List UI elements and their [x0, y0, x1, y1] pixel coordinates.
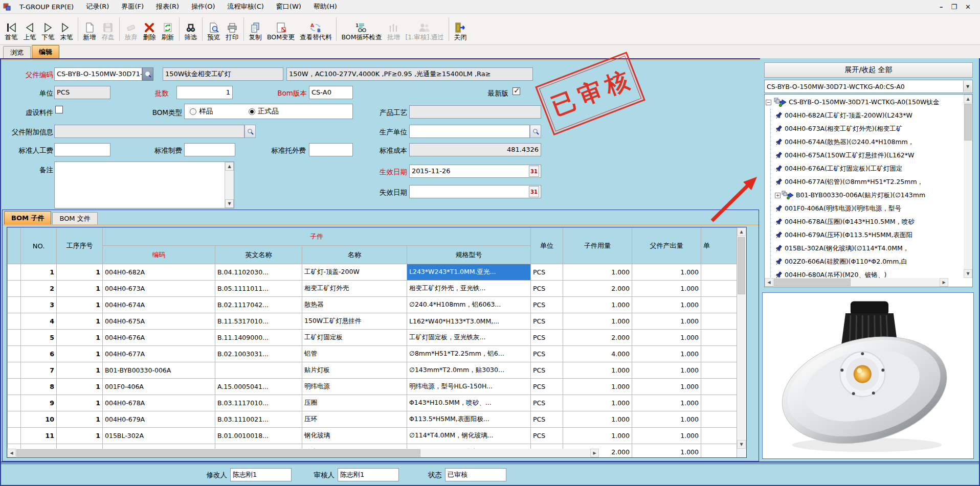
cell-spec[interactable]: ∅143mm*T2.0mm，贴3030... [407, 362, 531, 379]
menu-item[interactable]: 流程审核(C) [221, 0, 270, 13]
table-row[interactable]: 11 1 015BL-302A B.01.0010018... 钢化玻璃 ∅11… [8, 428, 737, 444]
scroll-left-icon[interactable]: ◀ [7, 449, 16, 457]
cell-extra[interactable] [701, 411, 737, 428]
cell-en-name[interactable]: B.02.1003031... [215, 346, 302, 362]
cell-unit[interactable]: PCS [531, 264, 563, 281]
cell-spec[interactable]: Φ143*H10.5MM，喷砂、... [407, 395, 531, 411]
menu-item[interactable]: 帮助(H) [307, 0, 343, 13]
scroll-left-icon[interactable]: ◀ [765, 278, 773, 287]
tree-item[interactable]: + B01-BYB00330-006A(贴片灯板)(∅143mm [771, 189, 955, 202]
cell-seq[interactable]: 1 [57, 411, 103, 428]
cell-seq[interactable]: 1 [57, 313, 103, 330]
tree-item[interactable]: + 015BL-302A(钢化玻璃)(∅114*T4.0MM， [771, 242, 955, 255]
table-row[interactable]: 8 1 001F0-406A A.15.0005041... 明纬电源 明纬电源… [8, 379, 737, 395]
tab-bom-files[interactable]: BOM 文件 [52, 212, 97, 224]
menu-item[interactable]: 界面(F) [115, 0, 150, 13]
scroll-up-icon[interactable]: ▲ [964, 95, 972, 103]
cell-name[interactable]: 压圈 [302, 395, 407, 411]
scroll-down-icon[interactable]: ▼ [225, 199, 234, 208]
cell-out[interactable]: 1.000 [632, 281, 701, 297]
cell-out[interactable]: 1.000 [632, 297, 701, 313]
bom-version-field[interactable]: CS-A0 [309, 86, 353, 99]
header-extra[interactable]: 单 [701, 228, 737, 264]
cell-extra[interactable] [701, 281, 737, 297]
cell-name[interactable]: 散热器 [302, 297, 407, 313]
cell-en-name[interactable]: B.11.1409000... [215, 330, 302, 346]
expire-calendar-button[interactable]: 31 [529, 186, 539, 197]
tab-edit[interactable]: 编辑 [32, 45, 59, 58]
header-code[interactable]: 编码 [103, 246, 215, 264]
expire-date-field[interactable] [409, 185, 541, 198]
cell-out[interactable]: 1.000 [632, 264, 701, 281]
cell-unit[interactable]: PCS [531, 411, 563, 428]
header-out[interactable]: 父件产出量 [632, 228, 701, 264]
table-row[interactable]: 7 1 B01-BYB00330-006A 贴片灯板 ∅143mm*T2.0mm… [8, 362, 737, 379]
scroll-up-icon[interactable]: ▲ [737, 227, 746, 236]
effective-calendar-button[interactable]: 31 [529, 166, 539, 177]
cell-seq[interactable]: 1 [57, 330, 103, 346]
cell-code[interactable]: 015BL-302A [103, 428, 215, 444]
cell-en-name[interactable]: B.05.1111011... [215, 281, 302, 297]
header-unit[interactable]: 单位 [531, 228, 563, 264]
cell-unit[interactable]: PCS [531, 379, 563, 395]
cell-spec[interactable]: ∅114*T4.0MM，钢化玻璃... [407, 428, 531, 444]
cell-name[interactable]: 工矿灯固定板 [302, 330, 407, 346]
cell-seq[interactable]: 1 [57, 379, 103, 395]
cell-extra[interactable] [701, 395, 737, 411]
cell-name[interactable]: 150W工矿灯悬挂件 [302, 313, 407, 330]
menu-item[interactable]: 窗口(W) [270, 0, 307, 13]
cell-out[interactable]: 1.000 [632, 444, 701, 458]
header-no[interactable]: NO. [21, 228, 57, 264]
last-record-button[interactable]: 末笔 [57, 15, 76, 43]
cell-unit[interactable]: PCS [531, 297, 563, 313]
cell-seq[interactable]: 1 [57, 346, 103, 362]
cell-seq[interactable]: 1 [57, 395, 103, 411]
labor-cost-field[interactable] [54, 143, 110, 156]
cell-name[interactable]: 相变工矿灯外壳 [302, 281, 407, 297]
menu-item[interactable]: T-GROUP ERP(E) [13, 0, 80, 13]
filter-button[interactable]: 筛选 [182, 15, 200, 43]
tree-item[interactable]: + 004H0-677A(铝管)(∅8mm*H51*T2.25mm， [771, 175, 955, 189]
tree-root-node[interactable]: − CS-BYB-O-150MW-30D71-WCTKG-A0(150W钛金 [766, 96, 955, 109]
cell-qty[interactable]: 2.000 [563, 281, 632, 297]
delete-button[interactable]: 删除 [140, 15, 159, 43]
cell-out[interactable]: 1.000 [632, 411, 701, 428]
table-row[interactable]: 10 1 004H0-679A B.03.1110021... 压环 Φ113.… [8, 411, 737, 428]
remark-field[interactable]: ▲ ▼ [54, 161, 234, 209]
tab-bom-children[interactable]: BOM 子件 [4, 211, 51, 224]
cell-seq[interactable]: 1 [57, 428, 103, 444]
scroll-up-icon[interactable]: ▲ [225, 162, 234, 171]
cell-en-name[interactable]: B.04.1102030... [215, 264, 302, 281]
cell-extra[interactable] [701, 444, 737, 458]
cell-en-name[interactable]: B.01.0010018... [215, 428, 302, 444]
table-row[interactable]: 2 1 004H0-673A B.05.1111011... 相变工矿灯外壳 相… [8, 281, 737, 297]
cell-qty[interactable]: 2.000 [563, 330, 632, 346]
cell-code[interactable]: 004H0-679A [103, 411, 215, 428]
cell-seq[interactable]: 1 [57, 297, 103, 313]
table-row[interactable]: 6 1 004H0-677A B.02.1003031... 铝管 ∅8mm*H… [8, 346, 737, 362]
cell-name[interactable]: 明纬电源 [302, 379, 407, 395]
tree-vscrollbar[interactable]: ▲ ▼ [964, 95, 972, 278]
prev-record-button[interactable]: 上笔 [20, 15, 39, 43]
scroll-right-icon[interactable]: ▶ [590, 449, 599, 457]
mfg-cost-field[interactable] [184, 143, 235, 156]
cell-spec[interactable]: L162*W40*H133*T3.0MM,... [407, 313, 531, 330]
header-seq[interactable]: 工序序号 [57, 228, 103, 264]
cell-qty[interactable]: 1.000 [563, 297, 632, 313]
table-row[interactable]: 9 1 004H0-678A B.03.1117010... 压圈 Φ143*H… [8, 395, 737, 411]
table-row[interactable]: 4 1 004H0-675A B.11.5317010... 150W工矿灯悬挂… [8, 313, 737, 330]
cell-spec[interactable]: ∅8mm*H51*T2.25mm，铝6... [407, 346, 531, 362]
cell-qty[interactable]: 1.000 [563, 411, 632, 428]
hscroll-thumb[interactable] [774, 279, 851, 286]
row-selector[interactable] [8, 362, 21, 379]
prod-unit-lookup-button[interactable] [530, 125, 541, 138]
effective-date-field[interactable]: 2015-11-26 [409, 165, 541, 178]
cell-unit[interactable]: PCS [531, 281, 563, 297]
restore-button[interactable]: ❐ [951, 3, 957, 11]
row-selector[interactable] [8, 313, 21, 330]
cell-name[interactable]: 钢化玻璃 [302, 428, 407, 444]
cell-qty[interactable]: 1.000 [563, 264, 632, 281]
cell-seq[interactable]: 1 [57, 362, 103, 379]
parent-code-field[interactable]: CS-BYB-O-150MW-30D71-WCTKG-A0 [54, 67, 142, 81]
cell-qty[interactable]: 1.000 [563, 379, 632, 395]
